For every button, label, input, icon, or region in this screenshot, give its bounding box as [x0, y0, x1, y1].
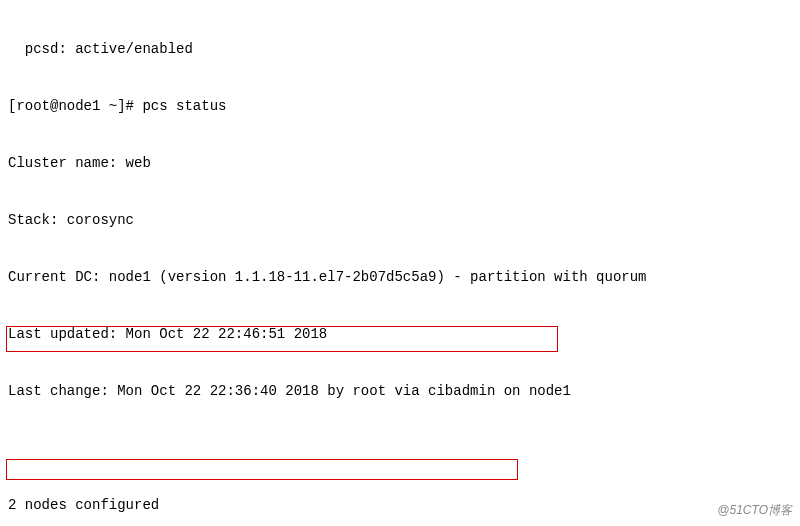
- output-line: Cluster name: web: [8, 154, 792, 173]
- watermark-text: @51CTO博客: [717, 501, 792, 520]
- output-line: Last change: Mon Oct 22 22:36:40 2018 by…: [8, 382, 792, 401]
- output-line: Last updated: Mon Oct 22 22:46:51 2018: [8, 325, 792, 344]
- blank-line: [8, 439, 792, 458]
- output-line: Current DC: node1 (version 1.1.18-11.el7…: [8, 268, 792, 287]
- output-line: Stack: corosync: [8, 211, 792, 230]
- highlight-box-command: [6, 459, 518, 480]
- terminal-output[interactable]: pcsd: active/enabled [root@node1 ~]# pcs…: [0, 0, 800, 526]
- prompt-line: [root@node1 ~]# pcs status: [8, 97, 792, 116]
- output-line: 2 nodes configured: [8, 496, 792, 515]
- output-line: pcsd: active/enabled: [8, 40, 792, 59]
